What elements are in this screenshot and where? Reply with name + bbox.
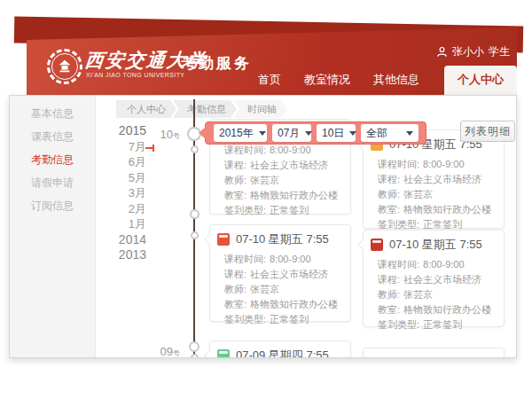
field-label: 签到类型: <box>224 203 266 218</box>
content-window: 基本信息 课表信息 考勤信息 请假申请 订阅信息 个人中心 考勤信息 时间轴 2… <box>9 95 517 358</box>
timeline-year-2014[interactable]: 2014 <box>98 232 146 248</box>
card-header: 07-09 星期四 7:55 <box>210 341 350 358</box>
timeline-node <box>189 341 200 352</box>
nav-item-classrooms[interactable]: 教室情况 <box>304 72 350 95</box>
chevron-down-icon <box>349 131 356 136</box>
field-value: 社会主义市场经济 <box>403 272 481 287</box>
timeline-month-jul[interactable]: 7月 <box>98 139 146 155</box>
timeline-node <box>191 354 199 358</box>
field-label: 课程: <box>378 172 400 187</box>
user-name: 张小小 <box>452 44 484 59</box>
list-detail-button[interactable]: 列表明细 <box>460 121 515 142</box>
field-label: 签到类型: <box>378 317 419 332</box>
timeline-year-2015[interactable]: 2015 <box>98 123 146 139</box>
attendance-card: 07-10 星期五 7:55 课程时间:8:00-9:00 课程:社会主义市场经… <box>209 224 351 322</box>
year-select[interactable]: 2015年 <box>214 124 267 142</box>
field-label: 教师: <box>378 187 400 202</box>
university-name-en: XI'AN JIAO TONG UNIVERSITY <box>86 72 184 78</box>
attendance-card-partial <box>363 348 505 358</box>
field-value: 格物致知行政办公楼 <box>250 297 338 312</box>
field-label: 课程时间: <box>224 143 266 158</box>
nav-item-home[interactable]: 首页 <box>258 72 281 95</box>
field-label: 课程时间: <box>378 257 419 272</box>
field-value: 8:00-9:00 <box>270 143 310 158</box>
signin-type-icon <box>217 233 230 246</box>
sidebar-item-leave-request[interactable]: 请假申请 <box>10 176 95 191</box>
field-label: 教师: <box>224 282 246 297</box>
logo-ring <box>51 53 78 80</box>
timeline-month-jan[interactable]: 1月 <box>98 216 146 232</box>
field-value: 张芸京 <box>403 287 433 302</box>
field-label: 教室: <box>378 202 400 217</box>
timeline-scale: 2015 7月 6月 5月 3月 2月 1月 2014 2013 <box>98 123 146 263</box>
timeline-month-feb[interactable]: 2月 <box>98 201 146 217</box>
card-fields: 课程时间:8:00-9:00 课程:社会主义市场经济 教师:张芸京 教室:格物致… <box>210 250 350 334</box>
sidebar-item-attendance-info[interactable]: 考勤信息 <box>10 153 95 168</box>
field-value: 张芸京 <box>403 187 433 202</box>
field-label: 课程: <box>378 272 400 287</box>
field-value: 张芸京 <box>250 173 279 188</box>
day-select[interactable]: 10日 <box>317 124 356 142</box>
card-fields: 课程时间:8:00-9:00 课程:社会主义市场经济 教师:张芸京 教室:格物致… <box>364 255 504 340</box>
field-value: 正常签到 <box>423 317 462 332</box>
field-label: 课程: <box>224 158 246 173</box>
timeline-month-may[interactable]: 5月 <box>98 170 146 186</box>
field-value: 8:00-9:00 <box>423 257 464 272</box>
field-value: 社会主义市场经济 <box>250 158 328 173</box>
field-label: 课程时间: <box>378 157 419 172</box>
card-date: 07-10 星期五 7:55 <box>389 237 482 253</box>
field-value: 8:00-9:00 <box>423 157 464 172</box>
card-date: 07-09 星期四 7:55 <box>236 348 329 358</box>
field-value: 格物致知行政办公楼 <box>403 202 491 217</box>
field-value: 张芸京 <box>250 282 279 297</box>
card-header: 07-10 星期五 7:55 <box>210 225 350 250</box>
month-select[interactable]: 07月 <box>272 124 311 142</box>
signin-type-icon <box>371 239 383 251</box>
field-value: 8:00-9:00 <box>270 252 310 267</box>
chevron-down-icon <box>406 131 413 136</box>
breadcrumb-attendance-info[interactable]: 考勤信息 <box>173 100 237 118</box>
timeline-day-09: 09号 <box>141 345 180 358</box>
breadcrumb: 个人中心 考勤信息 时间轴 <box>116 100 287 118</box>
date-filter-bar: 2015年 07月 10日 全部 <box>205 121 426 145</box>
field-value: 社会主义市场经济 <box>250 267 328 282</box>
field-value: 正常签到 <box>270 203 309 218</box>
nav-item-personal-center[interactable]: 个人中心 <box>444 66 517 95</box>
field-label: 签到类型: <box>224 312 266 327</box>
sidebar-item-subscription-info[interactable]: 订阅信息 <box>10 199 95 214</box>
breadcrumb-timeline[interactable]: 时间轴 <box>233 100 287 118</box>
card-header: 07-10 星期五 7:55 <box>364 231 504 255</box>
timeline-node <box>191 145 199 153</box>
field-value: 格物致知行政办公楼 <box>403 302 491 317</box>
chevron-down-icon <box>305 131 312 136</box>
main-nav: 首页 教室情况 其他信息 个人中心 <box>258 66 517 95</box>
field-value: 格物致知行政办公楼 <box>250 188 338 203</box>
app-title: 考勤服务 <box>181 53 252 74</box>
sidebar: 基本信息 课表信息 考勤信息 请假申请 订阅信息 <box>10 96 96 357</box>
field-label: 教室: <box>378 302 400 317</box>
timeline-month-jun[interactable]: 6月 <box>98 154 146 170</box>
field-label: 教师: <box>378 287 400 302</box>
field-label: 课程: <box>224 267 246 282</box>
field-label: 教师: <box>224 173 246 188</box>
nav-item-other-info[interactable]: 其他信息 <box>373 72 419 95</box>
timeline-month-mar[interactable]: 3月 <box>98 185 146 201</box>
field-value: 正常签到 <box>270 312 309 327</box>
current-month-marker <box>145 147 153 149</box>
timeline-node <box>191 231 199 239</box>
attendance-portal-page: 西安交通大学 XI'AN JIAO TONG UNIVERSITY 考勤服务 张… <box>0 0 532 399</box>
timeline-year-2013[interactable]: 2013 <box>98 247 146 263</box>
user-role: 学生 <box>489 44 510 59</box>
sidebar-item-basic-info[interactable]: 基本信息 <box>10 106 95 121</box>
breadcrumb-personal-center[interactable]: 个人中心 <box>116 100 176 118</box>
card-fields: 课程时间:8:00-9:00 课程:社会主义市场经济 教师:张芸京 教室:格物致… <box>364 155 504 239</box>
field-value: 社会主义市场经济 <box>403 172 481 187</box>
scope-select[interactable]: 全部 <box>361 124 419 142</box>
timeline-node <box>190 209 200 219</box>
user-menu[interactable]: 张小小 学生 <box>436 44 510 59</box>
field-label: 教室: <box>224 188 246 203</box>
sidebar-item-schedule-info[interactable]: 课表信息 <box>10 129 95 145</box>
attendance-card: 07-09 星期四 7:55 <box>209 340 351 358</box>
attendance-card: 07-10 星期五 7:55 课程时间:8:00-9:00 课程:社会主义市场经… <box>363 230 505 327</box>
field-label: 课程时间: <box>224 252 266 267</box>
